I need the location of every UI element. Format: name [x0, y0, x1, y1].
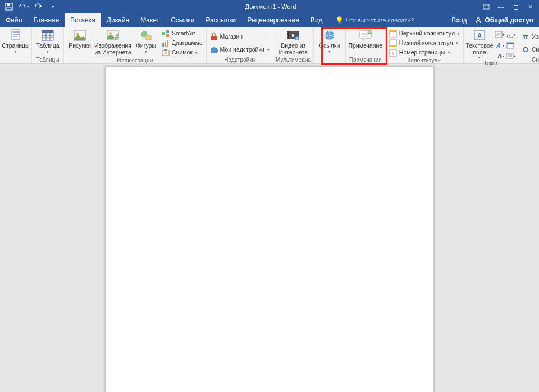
svg-rect-29 — [211, 36, 217, 40]
comment-button[interactable]: Примечание — [348, 28, 383, 49]
svg-rect-21 — [166, 30, 169, 33]
document-area[interactable] — [0, 64, 539, 392]
svg-point-14 — [76, 33, 79, 35]
sign-in-link[interactable]: Вход — [451, 16, 467, 24]
tell-me-placeholder: Что вы хотите сделать? — [346, 17, 414, 24]
svg-rect-19 — [145, 35, 151, 40]
group-label-text: Текст — [466, 60, 515, 67]
svg-point-16 — [109, 32, 112, 34]
tab-file[interactable]: Файл — [0, 13, 28, 27]
tab-view[interactable]: Вид — [305, 13, 328, 27]
svg-point-6 — [477, 18, 480, 21]
tab-references[interactable]: Ссылки — [165, 13, 200, 27]
svg-rect-22 — [166, 34, 169, 37]
svg-rect-54 — [507, 43, 514, 44]
group-text: A Текстовое поле ▾ ▾ A▾ A▾ ▾ ▾ Текст — [464, 27, 518, 63]
group-label-hf: Колонтитулы — [388, 57, 461, 64]
chevron-down-icon: ▾ — [47, 49, 49, 54]
tab-mailings[interactable]: Рассылки — [200, 13, 241, 27]
shapes-icon — [139, 29, 153, 42]
shapes-button[interactable]: Фигуры ▾ — [133, 28, 159, 53]
online-video-button[interactable]: Видео из Интернета — [280, 28, 307, 56]
drop-cap-button[interactable]: A▾ — [494, 51, 504, 60]
textbox-button[interactable]: A Текстовое поле ▾ — [466, 28, 493, 60]
svg-rect-25 — [167, 40, 168, 47]
links-button[interactable]: Ссылки ▾ — [316, 28, 343, 53]
group-media: Видео из Интернета Мультимедиа — [273, 27, 314, 63]
svg-rect-30 — [211, 48, 217, 53]
maximize-button[interactable] — [509, 1, 522, 12]
chart-button[interactable]: Диаграмма — [161, 39, 204, 48]
group-addins: Магазин Мои надстройки ▾ Надстройки — [207, 27, 273, 63]
svg-text:#: # — [392, 51, 395, 56]
svg-rect-56 — [508, 54, 512, 57]
wordart-button[interactable]: A▾ — [494, 40, 504, 49]
chevron-down-icon: ▾ — [267, 47, 270, 52]
chevron-down-icon: ▾ — [328, 49, 331, 54]
pages-icon — [9, 29, 22, 42]
group-label-comments: Примечания — [348, 57, 383, 63]
smartart-button[interactable]: SmartArt — [161, 29, 204, 38]
group-label-symbols: Символы — [520, 57, 539, 63]
close-button[interactable]: ✕ — [523, 1, 537, 12]
save-button[interactable] — [3, 1, 15, 12]
video-icon — [286, 29, 300, 42]
date-time-button[interactable] — [505, 40, 515, 49]
lightbulb-icon: 💡 — [335, 16, 344, 24]
textbox-icon: A — [473, 29, 486, 42]
page-number-icon: # — [389, 49, 397, 57]
group-label-illustrations: Иллюстрации — [66, 57, 204, 64]
signature-line-button[interactable]: ▾ — [505, 30, 515, 39]
svg-rect-28 — [164, 49, 167, 51]
group-tables: Таблица ▾ Таблицы — [32, 27, 64, 63]
link-icon — [323, 29, 336, 42]
comment-icon — [359, 29, 372, 42]
symbol-button[interactable]: Ω Символ ▾ — [520, 45, 539, 54]
group-illustrations: Рисунки Изображения из Интернета Фигуры … — [64, 27, 207, 63]
tab-review[interactable]: Рецензирование — [241, 13, 305, 27]
table-button[interactable]: Таблица ▾ — [34, 28, 61, 53]
svg-rect-12 — [42, 30, 53, 33]
group-symbols: π Уравнение ▾ Ω Символ ▾ Символы — [518, 27, 539, 63]
share-label: Общий доступ — [485, 16, 533, 24]
store-icon — [210, 33, 218, 41]
pictures-button[interactable]: Рисунки — [66, 28, 93, 49]
svg-rect-3 — [483, 4, 489, 9]
minimize-button[interactable]: — — [494, 1, 508, 12]
pages-button[interactable]: Страницы ▾ — [2, 28, 29, 53]
group-label-media: Мультимедиа — [276, 57, 311, 63]
chevron-down-icon: ▾ — [15, 49, 17, 54]
tab-insert[interactable]: Вставка — [65, 13, 101, 27]
addins-icon — [210, 46, 218, 54]
footer-icon — [389, 39, 397, 47]
ribbon-display-options[interactable] — [479, 1, 493, 12]
store-button[interactable]: Магазин — [209, 33, 271, 42]
collapse-ribbon-button[interactable]: ˄ — [533, 56, 536, 62]
screenshot-button[interactable]: Снимок ▾ — [161, 48, 204, 57]
window-controls: — ✕ — [479, 1, 539, 12]
header-button[interactable]: Верхний колонтитул ▾ — [388, 29, 461, 38]
share-button[interactable]: Общий доступ — [474, 16, 533, 24]
qat-customize[interactable]: ▾ — [47, 1, 58, 12]
svg-rect-8 — [13, 31, 19, 33]
svg-rect-43 — [390, 30, 396, 32]
my-addins-button[interactable]: Мои надстройки ▾ — [209, 45, 271, 54]
page-number-button[interactable]: # Номер страницы ▾ — [388, 48, 461, 57]
group-comments: Примечание Примечания — [346, 27, 386, 63]
undo-button[interactable]: ▾ — [18, 1, 29, 12]
tell-me-search[interactable]: 💡 Что вы хотите сделать? — [335, 13, 414, 27]
online-pictures-button[interactable]: Изображения из Интернета — [94, 28, 131, 56]
group-links: Ссылки ▾ — [314, 27, 346, 63]
redo-button[interactable] — [33, 1, 44, 12]
tab-home[interactable]: Главная — [28, 13, 65, 27]
share-icon — [474, 16, 482, 24]
equation-button[interactable]: π Уравнение ▾ — [520, 33, 539, 42]
tab-layout[interactable]: Макет — [135, 13, 165, 27]
footer-button[interactable]: Нижний колонтитул ▾ — [388, 39, 461, 48]
ribbon: Страницы ▾ Таблица ▾ Таблицы Рисунки Изо… — [0, 27, 539, 64]
quick-parts-button[interactable]: ▾ — [494, 30, 504, 39]
tab-design[interactable]: Дизайн — [101, 13, 135, 27]
object-button[interactable]: ▾ — [505, 51, 515, 60]
group-label-tables: Таблицы — [34, 57, 61, 63]
document-page[interactable] — [105, 66, 434, 392]
